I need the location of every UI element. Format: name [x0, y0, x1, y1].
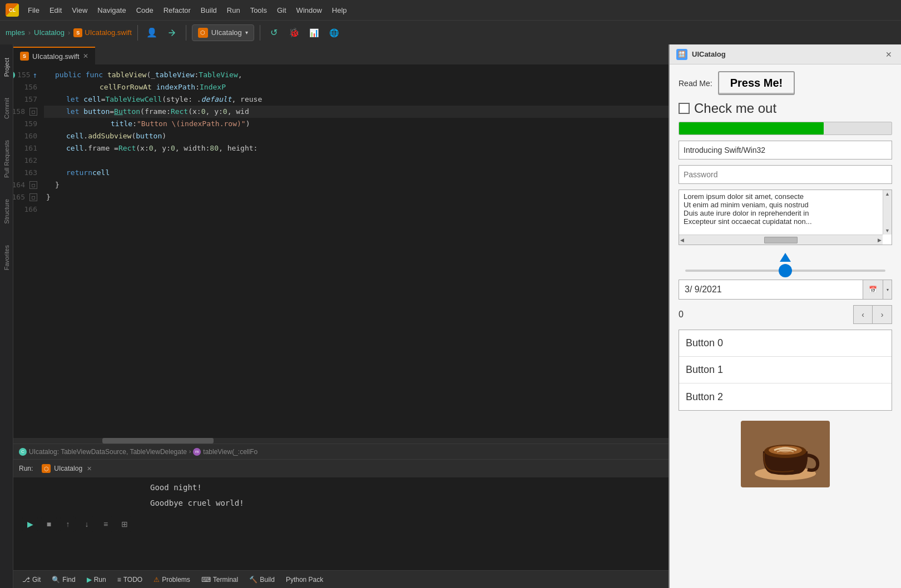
tab-close-btn[interactable]: ✕ — [83, 52, 88, 60]
line-155: i 155 ↑ — [13, 69, 37, 81]
run-tab[interactable]: ⬡ UIcatalog ✕ — [37, 460, 96, 477]
table-row-2[interactable]: Button 2 — [679, 383, 892, 410]
progress-fill — [679, 122, 824, 134]
code-line-159: title : "Button \(indexPath.row)" ) — [44, 118, 669, 130]
svg-point-5 — [779, 447, 792, 452]
toolbar-separator-1 — [137, 25, 138, 41]
bottom-git[interactable]: ⎇ Git — [18, 574, 45, 586]
line-num-165: 165 — [13, 191, 25, 203]
code-line-165: } — [44, 191, 669, 203]
run-format-btn[interactable]: ⊞ — [117, 516, 132, 532]
menu-git[interactable]: Git — [273, 4, 291, 17]
menu-refactor[interactable]: Refactor — [159, 4, 195, 17]
sidebar-pull-requests[interactable]: Pull Requests — [2, 138, 11, 180]
vert-sidebar: Project Commit Pull Requests Structure F… — [0, 44, 13, 588]
target-dropdown[interactable]: ⬡ UIcatalog ▾ — [192, 24, 254, 41]
memory-btn[interactable]: 📊 — [306, 24, 323, 41]
code-line-157: let cell = TableViewCell (style: . defau… — [44, 93, 669, 106]
textarea-vertical-scrollbar[interactable]: ▲ ▼ — [883, 190, 892, 235]
uikit-close-btn[interactable]: ✕ — [883, 49, 894, 60]
uikit-content: Read Me: Press Me! Check me out Lorem ip… — [670, 64, 901, 588]
breadcrumb-samples[interactable]: mples — [6, 28, 25, 37]
network-btn[interactable]: 🌐 — [326, 24, 343, 41]
run-down-btn[interactable]: ↓ — [79, 516, 95, 532]
line-164: 164 □ — [13, 179, 37, 191]
scroll-up-arrow[interactable]: ▲ — [885, 191, 890, 197]
line-marker-155: i — [13, 71, 15, 79]
menu-view[interactable]: View — [67, 4, 92, 17]
sidebar-commit[interactable]: Commit — [2, 96, 11, 121]
editor-tab-uicatalog[interactable]: S UIcatalog.swift ✕ — [13, 47, 95, 64]
scroll-left-arrow[interactable]: ◀ — [680, 237, 684, 243]
sidebar-structure[interactable]: Structure — [2, 197, 11, 226]
bottom-run[interactable]: ▶ Run — [82, 574, 111, 586]
sidebar-project[interactable]: Project — [2, 56, 11, 79]
menu-file[interactable]: File — [23, 4, 44, 17]
code-content[interactable]: public func tableView (_ tableView : Tab… — [44, 64, 669, 438]
menu-edit[interactable]: Edit — [45, 4, 66, 17]
date-calendar-btn[interactable]: 📅 — [863, 280, 883, 299]
stepper-decrement-btn[interactable]: ‹ — [854, 306, 873, 323]
breadcrumb-sep-1: › — [28, 28, 31, 37]
editor-scrollbar[interactable] — [13, 438, 669, 444]
menu-window[interactable]: Window — [292, 4, 326, 17]
line-160: 160 — [24, 130, 37, 142]
table-row-0[interactable]: Button 0 — [679, 330, 892, 357]
breadcrumb-uicatalog[interactable]: UIcatalog — [34, 28, 65, 37]
coffee-svg — [741, 421, 830, 487]
line-162: 162 — [24, 155, 37, 167]
textarea-content[interactable]: Lorem ipsum dolor sit amet, consecte Ut … — [679, 190, 883, 231]
toolbar: mples › UIcatalog › S UIcatalog.swift 👤 … — [0, 20, 901, 44]
run-icon: ▶ — [87, 576, 92, 584]
bottom-problems[interactable]: ⚠ Problems — [149, 574, 195, 586]
toolbar-btn-1[interactable] — [164, 24, 180, 41]
menu-navigate[interactable]: Navigate — [93, 4, 130, 17]
text-input[interactable] — [679, 141, 892, 160]
run-panel-header: Run: ⬡ UIcatalog ✕ — [13, 460, 669, 477]
line-num-164: 164 — [13, 179, 25, 191]
menu-run[interactable]: Run — [222, 4, 245, 17]
slider-thumb[interactable] — [779, 264, 792, 277]
run-stop-btn[interactable]: ■ — [41, 516, 57, 532]
textarea-horizontal-scrollbar[interactable]: ◀ ▶ — [679, 235, 883, 245]
debug-toolbar-btn[interactable]: 🐞 — [286, 24, 303, 41]
run-play-btn[interactable]: ▶ — [22, 516, 38, 532]
breadcrumb-swift-file[interactable]: UIcatalog.swift — [85, 28, 132, 37]
fold-marker-158[interactable]: □ — [29, 108, 37, 116]
press-me-button[interactable]: Press Me! — [718, 71, 795, 95]
bottom-build[interactable]: 🔨 Build — [245, 574, 279, 586]
menu-build[interactable]: Build — [196, 4, 221, 17]
slider-container[interactable] — [679, 270, 892, 272]
toolbar-separator-2 — [186, 25, 186, 41]
run-tab-close[interactable]: ✕ — [87, 465, 92, 472]
uikit-panel: 🪟 UICatalog ✕ Read Me: Press Me! Check m… — [669, 44, 901, 588]
date-dropdown-btn[interactable]: ▾ — [883, 280, 892, 299]
run-up-btn[interactable]: ↑ — [60, 516, 76, 532]
menu-help[interactable]: Help — [328, 4, 352, 17]
menu-tools[interactable]: Tools — [246, 4, 271, 17]
bottom-python[interactable]: Python Pack — [281, 574, 328, 586]
menu-code[interactable]: Code — [132, 4, 158, 17]
sidebar-favorites[interactable]: Favorites — [2, 243, 11, 272]
password-input[interactable] — [679, 165, 892, 184]
menubar: CL File Edit View Navigate Code Refactor… — [0, 0, 901, 20]
code-editor[interactable]: i 155 ↑ 156 157 158 □ 159 160 161 162 16… — [13, 64, 669, 438]
scroll-down-arrow[interactable]: ▼ — [885, 228, 890, 233]
scroll-right-arrow[interactable]: ▶ — [878, 237, 882, 243]
user-button[interactable]: 👤 — [143, 24, 160, 41]
textarea-line-1: Lorem ipsum dolor sit amet, consecte — [684, 192, 878, 201]
fold-marker-164[interactable]: □ — [29, 181, 37, 189]
slider-track[interactable] — [685, 270, 885, 272]
table-row-1[interactable]: Button 1 — [679, 357, 892, 383]
stepper-increment-btn[interactable]: › — [873, 306, 892, 323]
check-me-checkbox[interactable] — [679, 103, 690, 114]
textarea-line-3: Duis aute irure dolor in reprehenderit i… — [684, 209, 878, 217]
fold-marker-165[interactable]: □ — [29, 193, 37, 201]
bottom-todo[interactable]: ≡ TODO — [113, 574, 147, 586]
tab-label: UIcatalog.swift — [32, 52, 80, 61]
run-list-btn[interactable]: ≡ — [98, 516, 113, 532]
bottom-terminal-label: Terminal — [213, 576, 238, 584]
run-toolbar-btn[interactable]: ↺ — [266, 24, 283, 41]
bottom-find[interactable]: 🔍 Find — [47, 574, 80, 586]
bottom-terminal[interactable]: ⌨ Terminal — [197, 574, 242, 586]
